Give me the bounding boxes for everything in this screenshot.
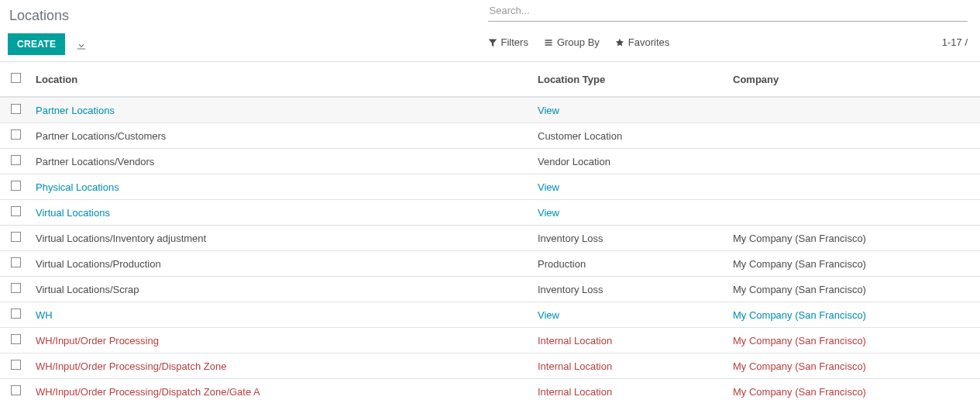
row-checkbox[interactable]	[11, 206, 21, 216]
table-row[interactable]: Partner Locations/CustomersCustomer Loca…	[0, 123, 980, 149]
cell-location: Virtual Locations	[36, 207, 110, 219]
create-button[interactable]: CREATE	[8, 33, 65, 55]
cell-type: Inventory Loss	[538, 284, 603, 295]
filters-label: Filters	[501, 36, 528, 48]
cell-type: View	[538, 207, 559, 219]
table-row[interactable]: Virtual Locations/ScrapInventory LossMy …	[0, 277, 980, 302]
cell-location: Virtual Locations/Production	[36, 258, 161, 270]
row-checkbox[interactable]	[11, 283, 21, 293]
cell-company: My Company (San Francisco)	[733, 258, 866, 270]
page-title: Locations	[8, 8, 488, 24]
cell-type: Internal Location	[538, 335, 612, 347]
cell-location: WH/Input/Order Processing/Dispatch Zone	[36, 360, 226, 372]
cell-type: Customer Location	[538, 130, 622, 142]
table-row[interactable]: Physical LocationsView	[0, 174, 980, 200]
row-checkbox[interactable]	[11, 334, 21, 344]
table-row[interactable]: Virtual LocationsView	[0, 200, 980, 226]
cell-location: Virtual Locations/Inventory adjustment	[36, 233, 206, 244]
search-input[interactable]	[488, 0, 968, 21]
select-all-checkbox[interactable]	[11, 73, 21, 83]
groupby-button[interactable]: Group By	[544, 36, 600, 48]
groupby-label: Group By	[557, 36, 600, 48]
funnel-icon	[488, 36, 497, 48]
row-checkbox[interactable]	[11, 360, 21, 370]
row-checkbox[interactable]	[11, 257, 21, 267]
cell-location: WH/Input/Order Processing	[36, 335, 159, 347]
table-row[interactable]: Partner Locations/VendorsVendor Location	[0, 149, 980, 174]
star-icon	[615, 36, 624, 48]
row-checkbox[interactable]	[11, 232, 21, 242]
list-icon	[544, 36, 553, 48]
cell-location: WH/Input/Order Processing/Dispatch Zone/…	[36, 386, 260, 398]
row-checkbox[interactable]	[11, 385, 21, 395]
pager-text: 1-17 /	[942, 36, 968, 48]
row-checkbox[interactable]	[11, 129, 21, 140]
row-checkbox[interactable]	[11, 181, 21, 191]
table-row[interactable]: Virtual Locations/ProductionProductionMy…	[0, 251, 980, 277]
table-row[interactable]: WH/Input/Order ProcessingInternal Locati…	[0, 328, 980, 353]
row-checkbox[interactable]	[11, 104, 21, 114]
column-header-location[interactable]: Location	[29, 62, 531, 97]
cell-type: Internal Location	[538, 360, 612, 372]
cell-company: My Company (San Francisco)	[733, 309, 866, 321]
cell-company: My Company (San Francisco)	[733, 360, 866, 372]
cell-type: Internal Location	[538, 386, 612, 398]
cell-location: Partner Locations	[36, 105, 115, 116]
column-header-company[interactable]: Company	[727, 62, 980, 97]
download-icon[interactable]	[76, 38, 87, 50]
table-row[interactable]: WH/Input/Order Processing/Dispatch ZoneI…	[0, 353, 980, 379]
cell-company: My Company (San Francisco)	[733, 335, 866, 347]
filters-button[interactable]: Filters	[488, 36, 528, 48]
row-checkbox[interactable]	[11, 309, 21, 319]
favorites-button[interactable]: Favorites	[615, 36, 669, 48]
cell-type: View	[538, 309, 559, 321]
cell-company: My Company (San Francisco)	[733, 386, 866, 398]
cell-type: Inventory Loss	[538, 233, 603, 244]
cell-location: Physical Locations	[36, 181, 119, 193]
cell-location: Virtual Locations/Scrap	[36, 284, 139, 295]
table-row[interactable]: WH/Input/Order Processing/Dispatch Zone/…	[0, 379, 980, 401]
column-header-type[interactable]: Location Type	[531, 62, 727, 97]
locations-table: Location Location Type Company Partner L…	[0, 62, 980, 400]
cell-type: View	[538, 181, 559, 193]
cell-type: View	[538, 105, 559, 116]
cell-type: Vendor Location	[538, 156, 610, 167]
cell-company: My Company (San Francisco)	[733, 233, 866, 244]
cell-location: Partner Locations/Vendors	[36, 156, 154, 167]
cell-location: Partner Locations/Customers	[36, 130, 166, 142]
table-row[interactable]: Partner LocationsView	[0, 97, 980, 123]
cell-location: WH	[36, 309, 53, 321]
favorites-label: Favorites	[628, 36, 669, 48]
table-row[interactable]: WHViewMy Company (San Francisco)	[0, 302, 980, 328]
cell-type: Production	[538, 258, 586, 270]
cell-company: My Company (San Francisco)	[733, 284, 866, 295]
table-row[interactable]: Virtual Locations/Inventory adjustmentIn…	[0, 226, 980, 251]
row-checkbox[interactable]	[11, 155, 21, 165]
